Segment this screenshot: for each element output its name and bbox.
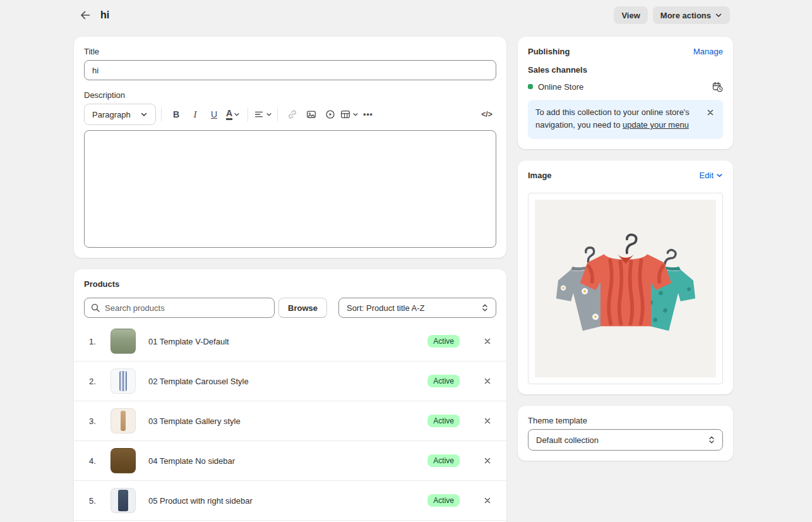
- insert-link-button[interactable]: [283, 105, 302, 124]
- more-formatting-button[interactable]: •••: [359, 105, 378, 124]
- editor-toolbar: Paragraph B I U: [84, 104, 496, 125]
- browse-button[interactable]: Browse: [278, 298, 327, 318]
- channel-name: Online Store: [538, 82, 583, 92]
- product-row: 2. 02 Template Carousel Style Active: [74, 361, 506, 401]
- chevron-down-icon: [266, 111, 272, 118]
- text-color-icon: A: [226, 109, 232, 120]
- product-name: 04 Template No sidebar: [148, 456, 235, 466]
- sort-select[interactable]: Sort: Product title A-Z: [338, 298, 496, 318]
- remove-product-button[interactable]: [481, 335, 494, 348]
- close-icon: [483, 337, 492, 346]
- collection-image[interactable]: [528, 193, 723, 384]
- schedule-calendar-icon[interactable]: [712, 81, 723, 92]
- paragraph-style-select[interactable]: Paragraph: [84, 104, 156, 125]
- chevron-down-icon: [716, 172, 723, 179]
- remove-product-button[interactable]: [481, 494, 494, 507]
- brown-sweater-thumbnail: [110, 448, 136, 473]
- remove-product-button[interactable]: [481, 454, 494, 467]
- alignment-button[interactable]: [253, 105, 272, 124]
- bold-icon: B: [173, 109, 179, 119]
- theme-template-value: Default collection: [536, 435, 599, 445]
- collection-page: hi View More actions Title Description: [0, 0, 812, 522]
- product-row: 4. 04 Template No sidebar Active: [74, 441, 506, 481]
- close-icon: [483, 456, 492, 465]
- row-index: 1.: [89, 337, 105, 346]
- green-sweater-thumbnail: [110, 329, 136, 354]
- main-column: Title Description Paragraph B: [74, 37, 506, 522]
- toolbar-divider: [277, 107, 278, 121]
- search-products-input[interactable]: [84, 298, 275, 318]
- dismiss-banner-button[interactable]: [704, 106, 717, 119]
- products-controls: Browse Sort: Product title A-Z: [84, 298, 496, 318]
- status-badge: Active: [427, 335, 460, 348]
- page-header: hi View More actions: [0, 0, 812, 25]
- code-icon: </>: [481, 110, 492, 119]
- chevron-down-icon: [140, 111, 148, 118]
- insert-video-button[interactable]: [321, 105, 340, 124]
- product-row: 3. 03 Template Gallery style Active: [74, 401, 506, 441]
- arrow-left-icon: [79, 9, 92, 21]
- edit-image-button[interactable]: Edit: [700, 171, 723, 180]
- channel-status-dot: [528, 84, 533, 89]
- chevron-down-icon: [234, 111, 240, 118]
- close-icon: [483, 416, 492, 425]
- search-box: [84, 298, 275, 318]
- product-list: 1. 01 Template V-Default Active 2.: [84, 322, 496, 521]
- products-heading: Products: [84, 279, 496, 289]
- show-html-button[interactable]: </>: [477, 105, 496, 124]
- description-textarea[interactable]: [84, 130, 496, 248]
- publishing-heading: Publishing: [528, 47, 570, 56]
- row-index: 3.: [89, 416, 105, 426]
- toolbar-divider: [161, 107, 162, 121]
- title-label: Title: [84, 47, 496, 56]
- ellipsis-icon: •••: [363, 110, 373, 119]
- underline-icon: U: [211, 109, 217, 119]
- product-row: 1. 01 Template V-Default Active: [74, 322, 506, 361]
- chevron-down-icon: [715, 11, 722, 19]
- table-icon: [340, 109, 351, 120]
- tan-pants-thumbnail: [110, 408, 136, 434]
- theme-template-select[interactable]: Default collection: [528, 429, 723, 451]
- close-icon: [706, 108, 715, 117]
- status-badge: Active: [427, 494, 460, 507]
- product-row: 5. 05 Product with right sidebar Active: [74, 481, 506, 521]
- view-button[interactable]: View: [614, 6, 647, 24]
- insert-table-button[interactable]: [340, 105, 359, 124]
- back-button[interactable]: [76, 6, 94, 24]
- publishing-header: Publishing Manage: [528, 47, 723, 56]
- header-actions: View More actions: [614, 6, 730, 24]
- banner-text: To add this collection to your online st…: [535, 106, 699, 131]
- theme-template-card: Theme template Default collection: [518, 406, 733, 461]
- stepper-icon: [707, 435, 716, 445]
- text-color-button[interactable]: A: [224, 105, 242, 124]
- navigation-info-banner: To add this collection to your online st…: [528, 100, 723, 139]
- sales-channels-label: Sales channels: [528, 65, 723, 75]
- details-card: Title Description Paragraph B: [74, 37, 506, 258]
- bold-button[interactable]: B: [167, 105, 186, 124]
- dark-jeans-thumbnail: [110, 488, 136, 513]
- view-button-label: View: [621, 11, 640, 20]
- insert-image-button[interactable]: [302, 105, 321, 124]
- theme-template-label: Theme template: [528, 416, 723, 425]
- image-heading: Image: [528, 171, 552, 180]
- channel-row: Online Store: [528, 81, 723, 92]
- remove-product-button[interactable]: [481, 415, 494, 427]
- title-input[interactable]: [84, 60, 496, 80]
- edit-link-label: Edit: [700, 171, 713, 180]
- striped-pants-thumbnail: [110, 368, 136, 394]
- italic-icon: I: [194, 109, 197, 120]
- manage-link[interactable]: Manage: [693, 47, 723, 56]
- more-actions-button[interactable]: More actions: [653, 6, 730, 24]
- row-index: 4.: [89, 456, 105, 466]
- status-badge: Active: [427, 375, 460, 387]
- underline-button[interactable]: U: [205, 105, 224, 124]
- close-icon: [483, 496, 492, 505]
- remove-product-button[interactable]: [481, 375, 494, 387]
- update-your-menu-link[interactable]: update your menu: [623, 120, 689, 130]
- browse-button-label: Browse: [288, 303, 318, 313]
- sort-select-value: Sort: Product title A-Z: [347, 303, 425, 313]
- side-column: Publishing Manage Sales channels Online …: [518, 37, 733, 461]
- italic-button[interactable]: I: [186, 105, 205, 124]
- align-left-icon: [253, 109, 265, 120]
- close-icon: [483, 377, 492, 385]
